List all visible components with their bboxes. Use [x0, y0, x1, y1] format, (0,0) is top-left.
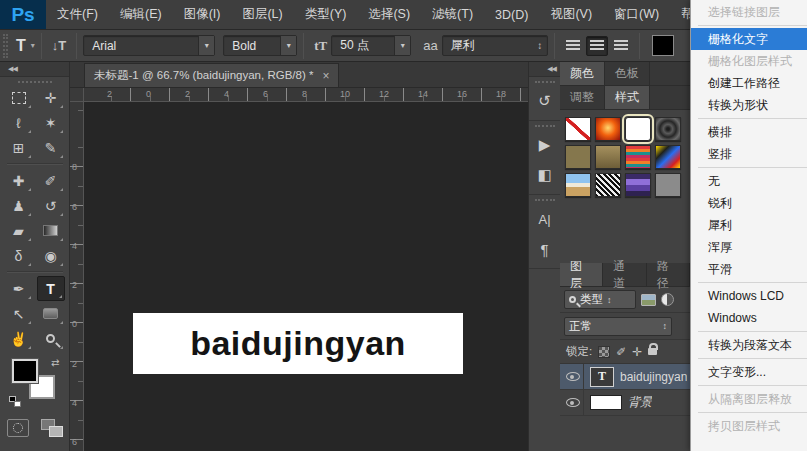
menu-file[interactable]: 文件(F) [46, 0, 109, 29]
blur-tool[interactable]: δ [5, 243, 33, 268]
text-layer-thumbnail[interactable]: T [590, 367, 614, 387]
close-tab-icon[interactable]: × [322, 69, 329, 83]
updown-arrows-icon[interactable]: ↕ [533, 40, 547, 51]
tab-paths[interactable]: 路径 [647, 263, 690, 286]
font-family-select[interactable]: Arial ▾ [83, 35, 215, 56]
menu-item-vertical[interactable]: 竖排 [691, 143, 807, 165]
magic-wand-tool[interactable]: ✶ [37, 110, 65, 135]
layer-name[interactable]: 背景 [628, 394, 652, 411]
gradient-tool[interactable] [37, 218, 65, 243]
document-tab[interactable]: 未标题-1 @ 66.7% (baidujingyan, RGB/8) * × [84, 63, 339, 87]
menu-window[interactable]: 窗口(W) [603, 0, 670, 29]
default-colors-icon[interactable] [9, 396, 21, 407]
align-center-button[interactable] [586, 36, 608, 56]
layer-row-background[interactable]: 背景 [560, 390, 690, 416]
align-right-button[interactable] [610, 36, 632, 56]
character-panel-icon[interactable]: A| [529, 204, 560, 234]
menu-layer[interactable]: 图层(L) [231, 0, 293, 29]
layer-filter-select[interactable]: 类型 ↕ [564, 290, 636, 309]
tab-layers[interactable]: 图层 [560, 263, 603, 286]
hand-tool[interactable]: ✌ [5, 326, 33, 351]
dropdown-arrow-icon[interactable]: ▾ [280, 36, 296, 55]
text-orientation-icon[interactable]: ↓T [48, 36, 70, 55]
panel-grip[interactable] [535, 199, 555, 201]
foreground-color-swatch[interactable] [12, 359, 38, 383]
style-swatch-multicolor[interactable] [655, 145, 681, 169]
text-color-swatch[interactable] [652, 35, 674, 56]
quick-mask-button[interactable] [7, 419, 29, 437]
menu-item-convert-to-shape[interactable]: 转换为形状 [691, 94, 807, 116]
path-selection-tool[interactable]: ↖ [5, 301, 33, 326]
vertical-ruler[interactable]: 8 6 4 2 0 2 4 6 8 [70, 102, 84, 451]
layer-name[interactable]: baidujingyan [620, 370, 687, 384]
menu-filter[interactable]: 滤镜(T) [421, 0, 484, 29]
visibility-toggle[interactable] [562, 364, 584, 389]
crop-tool[interactable]: ⊞ [5, 135, 33, 160]
filter-adjustment-layers-icon[interactable] [661, 293, 674, 306]
tool-preset-dropdown-icon[interactable]: ▾ [31, 41, 35, 50]
paragraph-panel-icon[interactable]: ¶ [529, 234, 560, 264]
menu-item-sharp[interactable]: 锐利 [691, 192, 807, 214]
style-swatch-noise[interactable] [595, 173, 621, 197]
style-swatch-red-glow[interactable] [595, 117, 621, 141]
style-swatch-landscape[interactable] [565, 173, 591, 197]
brush-tool[interactable]: ✐ [37, 168, 65, 193]
history-panel-icon[interactable]: ↺ [529, 86, 560, 116]
blend-mode-select[interactable]: 正常 ↕ [564, 317, 672, 336]
swap-colors-icon[interactable]: ⇄ [51, 357, 59, 368]
menu-type[interactable]: 类型(Y) [294, 0, 358, 29]
menu-item-crisp[interactable]: 犀利 [691, 214, 807, 236]
type-tool[interactable]: T [37, 276, 65, 301]
dropdown-arrow-icon[interactable]: ▾ [198, 36, 214, 55]
shape-tool[interactable] [37, 301, 65, 326]
lock-position-icon[interactable]: ✛ [632, 345, 642, 359]
style-swatch-white-rounded[interactable] [625, 117, 651, 141]
menu-3d[interactable]: 3D(D) [484, 0, 539, 29]
tools-grip[interactable] [18, 81, 52, 83]
tab-color[interactable]: 颜色 [560, 62, 605, 85]
lock-all-icon[interactable] [648, 348, 657, 355]
tab-swatches[interactable]: 色板 [605, 62, 650, 85]
menu-item-rasterize-type[interactable]: 栅格化文字 [691, 28, 807, 50]
style-swatch-olive[interactable] [565, 145, 591, 169]
panel-grip[interactable] [535, 125, 555, 127]
rectangular-marquee-tool[interactable] [5, 85, 33, 110]
screen-mode-button[interactable] [41, 419, 63, 437]
font-size-select[interactable]: 50 点 ▾ [331, 35, 411, 56]
lock-transparency-icon[interactable] [598, 346, 610, 358]
eraser-tool[interactable]: ▰ [5, 218, 33, 243]
text-layer-artwork[interactable]: baidujingyan [133, 313, 463, 374]
menu-item-windows-lcd[interactable]: Windows LCD [691, 285, 807, 307]
menu-item-convert-to-paragraph-text[interactable]: 转换为段落文本 [691, 334, 807, 356]
lasso-tool[interactable]: ℓ [5, 110, 33, 135]
filter-pixel-layers-icon[interactable] [641, 294, 656, 306]
menu-item-warp-text[interactable]: 文字变形... [691, 361, 807, 383]
menu-view[interactable]: 视图(V) [539, 0, 603, 29]
tools-collapse-icon[interactable]: ◀◀ [0, 62, 69, 77]
canvas[interactable]: baidujingyan [84, 102, 528, 451]
anti-alias-select[interactable]: 犀利 ↕ [442, 35, 548, 56]
options-grip[interactable] [3, 34, 8, 58]
menu-select[interactable]: 选择(S) [357, 0, 421, 29]
style-swatch-purple[interactable] [625, 173, 651, 197]
horizontal-ruler[interactable]: 2 0 2 4 6 8 10 12 14 16 18 [84, 88, 528, 102]
eyedropper-tool[interactable]: ✎ [37, 135, 65, 160]
clone-stamp-tool[interactable]: ♟ [5, 193, 33, 218]
updown-arrows-icon[interactable]: ↕ [663, 321, 668, 331]
zoom-tool[interactable] [37, 326, 65, 351]
align-left-button[interactable] [562, 36, 584, 56]
menu-item-none[interactable]: 无 [691, 170, 807, 192]
menu-item-horizontal[interactable]: 横排 [691, 121, 807, 143]
3d-panel-icon[interactable]: ◧ [529, 160, 560, 190]
tab-styles[interactable]: 样式 [605, 86, 650, 109]
dodge-tool[interactable]: ◉ [37, 243, 65, 268]
tab-adjustments[interactable]: 调整 [560, 86, 605, 109]
style-swatch-stripes[interactable] [625, 145, 651, 169]
updown-arrows-icon[interactable]: ↕ [607, 295, 612, 305]
healing-brush-tool[interactable]: ✚ [5, 168, 33, 193]
menu-edit[interactable]: 编辑(E) [109, 0, 173, 29]
dropdown-arrow-icon[interactable]: ▾ [394, 36, 410, 55]
menu-image[interactable]: 图像(I) [173, 0, 232, 29]
history-brush-tool[interactable]: ↺ [37, 193, 65, 218]
menu-item-windows[interactable]: Windows [691, 307, 807, 329]
